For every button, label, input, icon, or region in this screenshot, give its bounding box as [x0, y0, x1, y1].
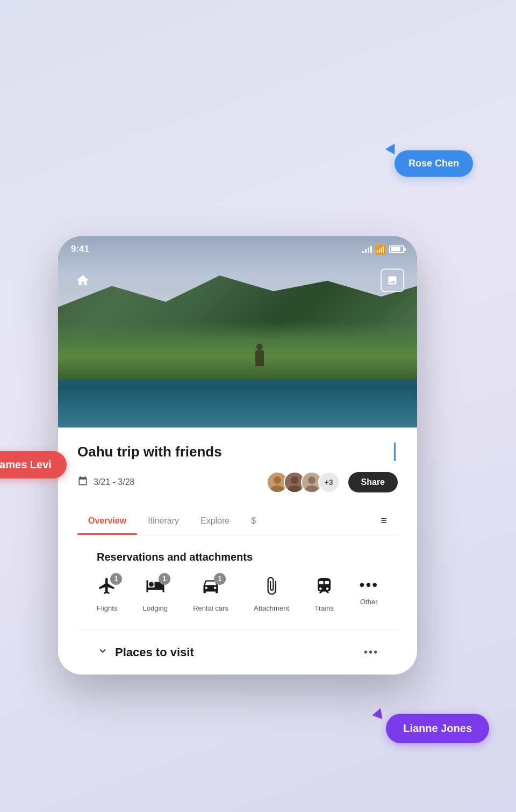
hero-header — [58, 264, 417, 296]
attachment-icon-wrap — [262, 576, 281, 600]
lianne-jones-bubble: Lianne Jones — [386, 714, 489, 743]
wifi-icon: 📶 — [375, 244, 386, 255]
other-label: Other — [360, 598, 378, 606]
tab-explore[interactable]: Explore — [190, 508, 240, 534]
places-left: Places to visit — [97, 645, 194, 659]
reservations-title: Reservations and attachments — [97, 551, 378, 563]
status-icons: 📶 — [362, 244, 404, 255]
rose-cursor — [385, 141, 399, 155]
other-icon: ••• — [360, 576, 378, 593]
date-range: 3/21 - 3/28 — [77, 476, 135, 489]
date-share-row: 3/21 - 3/28 +3 Share — [77, 472, 398, 493]
res-item-trains[interactable]: Trains — [314, 576, 334, 612]
chevron-down-icon[interactable] — [97, 645, 109, 659]
trains-label: Trains — [314, 604, 334, 612]
svg-point-4 — [291, 476, 298, 484]
avatar-count: +3 — [318, 472, 340, 493]
res-item-rental-cars[interactable]: 1 Rental cars — [193, 576, 228, 612]
trains-icon — [314, 579, 334, 599]
lodging-badge: 1 — [159, 573, 170, 585]
text-cursor — [394, 443, 396, 461]
share-button[interactable]: Share — [348, 472, 398, 492]
calendar-icon — [77, 476, 88, 489]
avatars-row: +3 — [267, 472, 340, 493]
flights-badge: 1 — [110, 573, 122, 585]
other-icon-wrap: ••• — [360, 576, 378, 593]
status-time: 9:41 — [71, 244, 89, 255]
rental-cars-badge: 1 — [214, 573, 226, 585]
tab-overview[interactable]: Overview — [77, 508, 137, 534]
places-more-icon[interactable]: ••• — [364, 646, 378, 658]
section-divider — [77, 629, 398, 630]
res-item-attachment[interactable]: Attachment — [254, 576, 289, 612]
tab-itinerary[interactable]: Itinerary — [137, 508, 190, 534]
nav-tabs: Overview Itinerary Explore $ ≡ — [77, 506, 398, 536]
rental-cars-icon-wrap: 1 — [201, 576, 220, 600]
lodging-label: Lodging — [143, 604, 168, 612]
flights-icon-wrap: 1 — [97, 576, 117, 600]
date-text: 3/21 - 3/28 — [94, 477, 135, 487]
trains-icon-wrap — [314, 576, 334, 600]
signal-icon — [362, 245, 372, 253]
lodging-icon-wrap: 1 — [146, 576, 165, 600]
res-item-other[interactable]: ••• Other — [360, 576, 378, 606]
svg-point-1 — [274, 476, 281, 484]
gallery-icon[interactable] — [381, 269, 404, 292]
svg-point-7 — [308, 476, 316, 484]
trip-title-row: Oahu trip with friends — [77, 443, 398, 461]
rental-cars-label: Rental cars — [193, 604, 228, 612]
attachment-icon — [262, 579, 281, 599]
res-item-lodging[interactable]: 1 Lodging — [143, 576, 168, 612]
reservation-grid: 1 Flights 1 Lodging — [97, 576, 378, 612]
phone-container: 9:41 📶 — [58, 236, 417, 675]
rose-chen-bubble: Rose Chen — [395, 150, 473, 177]
battery-icon — [389, 245, 404, 253]
hero-image: 9:41 📶 — [58, 236, 417, 427]
trip-title: Oahu trip with friends — [77, 444, 392, 460]
res-item-flights[interactable]: 1 Flights — [97, 576, 117, 612]
content-area: Reservations and attachments 1 Flights — [77, 536, 398, 675]
status-bar: 9:41 📶 — [58, 236, 417, 262]
nav-more-menu[interactable]: ≡ — [370, 506, 398, 535]
places-row: Places to visit ••• — [97, 645, 378, 659]
flights-label: Flights — [97, 604, 117, 612]
card-area: Oahu trip with friends 3/21 - 3/28 — [58, 427, 417, 675]
lianne-cursor — [372, 706, 386, 719]
home-icon[interactable] — [71, 269, 95, 292]
places-title: Places to visit — [115, 646, 194, 659]
attachment-label: Attachment — [254, 604, 289, 612]
tab-dollar[interactable]: $ — [240, 508, 267, 534]
